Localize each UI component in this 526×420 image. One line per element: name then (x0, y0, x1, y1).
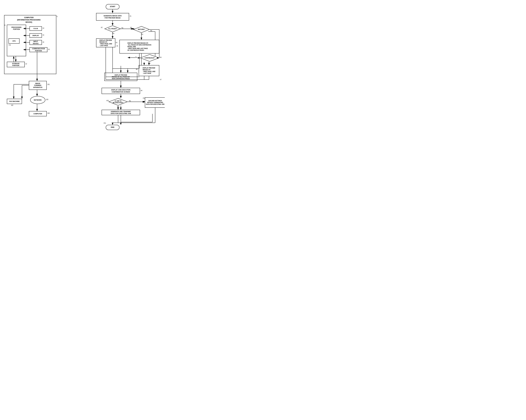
ref-1: 1 (57, 16, 58, 17)
ref-step8: #8 (136, 68, 137, 70)
step8-box: DISPLAY PREVIEW IMAGES OF: · FIRST PAGE;… (139, 65, 159, 76)
ref-step10: #10 (106, 100, 109, 101)
ref-step2: #2 (101, 27, 102, 28)
diamond4: MIXTURE? (133, 26, 150, 33)
ref-103: 103 (46, 99, 48, 100)
ram-box: R A M (30, 26, 42, 31)
ref-step1: #1 (130, 15, 131, 17)
start-capsule: START (106, 4, 120, 9)
cpu-box: CPU (9, 39, 20, 44)
ref-12: 12 (25, 63, 27, 65)
label-2-yes: Yes (112, 33, 114, 34)
ref-step12: #12 (143, 98, 145, 99)
ref-step6: #6 (160, 57, 162, 58)
ref-16: 16 (48, 49, 50, 50)
step11-box: GENERATE AND TRANSMIT DATA FOR EXECUTING… (101, 110, 140, 115)
label-4-no: No (150, 30, 152, 31)
ref-11: 11 (4, 24, 6, 26)
ref-102: 102 (11, 105, 13, 106)
label-10-no: No (129, 100, 131, 102)
ref-11a: 11a (9, 44, 11, 46)
diamond6: CONTINUOUS? (140, 54, 159, 62)
noncont-box: DISPLAY PREVIEW IMAGES OF ALL PAGES OF N… (104, 73, 137, 81)
ref-step7: #7 (160, 79, 162, 80)
label-2-no: No (121, 27, 123, 29)
ref-step3: #3 (116, 42, 117, 43)
label-6-yes: Yes (148, 62, 151, 64)
ref-13: 13 (42, 28, 44, 29)
ref-15: 15 (42, 41, 44, 43)
ref-step11: #11 (104, 122, 106, 124)
ref-101: 101 (47, 84, 50, 85)
computer-bottom-box: COMPUTER (29, 111, 47, 116)
step12-box: DISCARD SETTINGS WITHOUT GENERATING DATA… (145, 98, 165, 108)
ref-step4: #4 (130, 27, 132, 28)
step3-box: DISPLAY PREVIEW IMAGES OF: · FIRST PAGE;… (96, 39, 115, 47)
end-capsule: END (106, 125, 120, 130)
ref-step9: #9 (141, 90, 142, 91)
step9-box: DISPLAY JOB EXECUTION CONFIRMATION SCREE… (101, 88, 140, 94)
label-6-no: No (135, 57, 137, 58)
label-10-yes: Yes (117, 106, 119, 108)
image-forming-box: IMAGE FORMING APPARATUS (29, 81, 47, 90)
diamond2: ALL PAGES? (104, 25, 121, 32)
input-device-box: INPUT DEVICE (30, 40, 42, 45)
display-box: DISPLAY (30, 33, 42, 38)
step5-box: DISPLAY PREVIEW IMAGES OF: · ALL PAGES O… (120, 40, 159, 53)
comm-portion-box: COMMUNICATION PORTION (30, 47, 47, 52)
ref-step5: #5 (116, 45, 118, 47)
processing-portion-label: PROCESSING PORTION (7, 26, 26, 30)
label-4-yes: Yes (141, 33, 143, 35)
ref-14: 14 (42, 34, 44, 36)
diagram: COMPUTER (INFORMATION PROCESSING DEVICE)… (0, 0, 165, 132)
diamond10: IS JOB TO BE EXECUTED? (109, 98, 128, 106)
ref-104: 104 (47, 112, 50, 114)
network-ellipse: NETWORK (30, 96, 45, 104)
step1-box: GENERATE IMAGE DATA FOR PREVIEW IMAGE (96, 13, 129, 20)
fax-machine-box: FAX MACHINE (7, 99, 22, 104)
storage-portion-box: STORAGE PORTION (7, 62, 25, 67)
computer-outer-label: COMPUTER (INFORMATION PROCESSING DEVICE) (14, 17, 44, 23)
